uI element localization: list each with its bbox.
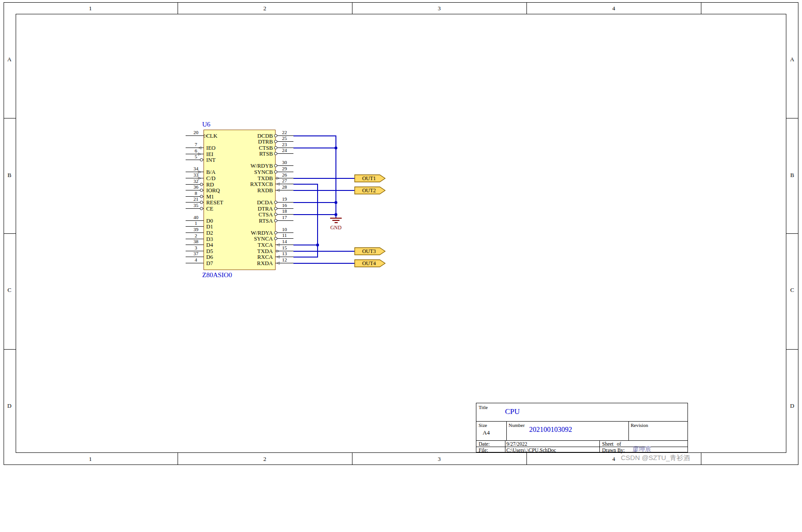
inversion-bubble-icon [200,207,203,210]
zone-label-rowB-left: B [6,172,13,179]
pin-line [276,153,293,154]
schematic-page: 1 2 3 4 1 2 3 4 A B C D A B C D [0,0,802,532]
zone-label-col2-top: 2 [258,5,272,12]
pin-line [186,263,204,263]
file-path: C:\Users\.\CPU.SchDoc [506,448,556,453]
zone-label-rowD-right: D [789,402,796,410]
pin-number: 25 [277,135,292,141]
title-block-line [628,421,629,440]
pin-name: RTSA [205,218,273,224]
port-out1-label[interactable]: OUT1 [356,175,382,182]
zone-label-rowC-left: C [6,287,13,294]
zone-label-rowA-right: A [789,56,796,63]
zone-label-col1-bottom: 1 [84,456,97,463]
pin-name: CTSA [205,211,273,218]
zone-label-col1-top: 1 [84,5,97,12]
zone-label-rowB-right: B [789,172,796,179]
pin-name: RXTXCB [205,181,273,188]
sheet-label: Sheet [602,441,614,447]
pin-number: 20 [188,130,204,135]
pin-name: RTSB [205,151,273,157]
pin-number: 2 [188,233,204,238]
title-block-line [505,440,505,453]
pin-number: 3 [188,245,204,250]
input-arrow-icon: ◁ [276,260,280,266]
title-block-line [506,421,507,440]
pin-name: DCDA [205,199,273,206]
inversion-bubble-icon [274,152,277,155]
zone-label-col3-top: 3 [433,5,446,12]
pin-number: 39 [188,227,204,232]
pin-name: RXDA [205,260,273,267]
zone-divider [526,2,527,14]
component-part-name: Z80ASIO0 [202,271,232,279]
zone-label-rowA-left: A [6,56,13,63]
pin-number: 11 [277,232,292,238]
pin-name: SYNCA [205,236,273,242]
zone-divider [178,453,178,465]
pin-number: 30 [277,160,292,165]
pin-number: 24 [277,148,292,153]
input-arrow-icon: ◁ [276,187,280,193]
pin-number: 23 [277,142,292,147]
port-out4-label[interactable]: OUT4 [356,260,382,267]
watermark-text: CSDN @SZTU_青衫酒 [621,454,690,462]
zone-label-rowD-left: D [6,402,13,410]
zone-label-col3-bottom: 3 [433,456,446,463]
pin-name: TXCA [205,242,273,249]
title-block-line [599,440,600,453]
pin-name: RXDB [205,187,273,194]
pin-name: D1 [206,224,213,230]
pin-name: DTRB [205,139,273,145]
zone-divider [526,453,527,465]
pin-name: RXCA [205,254,273,261]
title-label: Title [479,405,488,410]
pin-name: W/RDYB [205,163,273,169]
zone-divider [4,349,16,350]
pin-number: 18 [277,208,292,214]
revision-label: Revision [631,422,648,428]
pin-line [276,220,293,221]
zone-divider [4,118,16,118]
pin-number: 40 [188,215,204,220]
title-block: Title CPU Size A4 Number 202100103092 Re… [476,403,688,452]
pin-number: 22 [277,130,292,135]
pin-number: 1 [188,220,204,226]
zone-label-col4-top: 4 [607,5,620,12]
file-label: File: [479,448,488,453]
document-number: 202100103092 [529,426,572,434]
pin-number: 38 [188,239,204,244]
pin-number: 4 [188,257,204,262]
title-block-line [476,447,687,447]
inversion-bubble-icon [200,158,203,161]
port-out2-label[interactable]: OUT2 [356,187,382,194]
pin-name: SYNCB [205,169,273,176]
drawn-by-value: 廖坤宸 [632,445,651,453]
sheet-size: A4 [483,429,490,436]
pin-number: 37 [188,251,204,256]
zone-label-col4-bottom: 4 [607,456,620,463]
zone-label-col2-bottom: 2 [258,456,272,463]
size-label: Size [479,422,487,428]
port-out3-label[interactable]: OUT3 [356,248,382,255]
zone-divider [786,349,798,350]
pin-number: 19 [277,196,292,202]
gnd-label: GND [328,225,344,230]
of-label: of [617,441,621,447]
sheet-title: CPU [505,407,520,416]
pin-line [186,135,204,136]
date-label: Date: [479,441,490,447]
zone-divider [786,233,798,234]
title-block-line [476,440,687,441]
sheet-inner-border [16,14,786,453]
pin-number: 10 [277,227,292,232]
zone-divider [701,453,701,465]
zone-divider [352,453,352,465]
zone-divider [701,2,701,14]
date-value: 9/27/2022 [506,441,527,447]
title-block-line [476,421,687,422]
zone-divider [786,118,798,118]
component-designator: U6 [202,121,210,128]
pin-number: 16 [277,203,292,208]
drawn-by-label: Drawn By: [602,448,625,453]
